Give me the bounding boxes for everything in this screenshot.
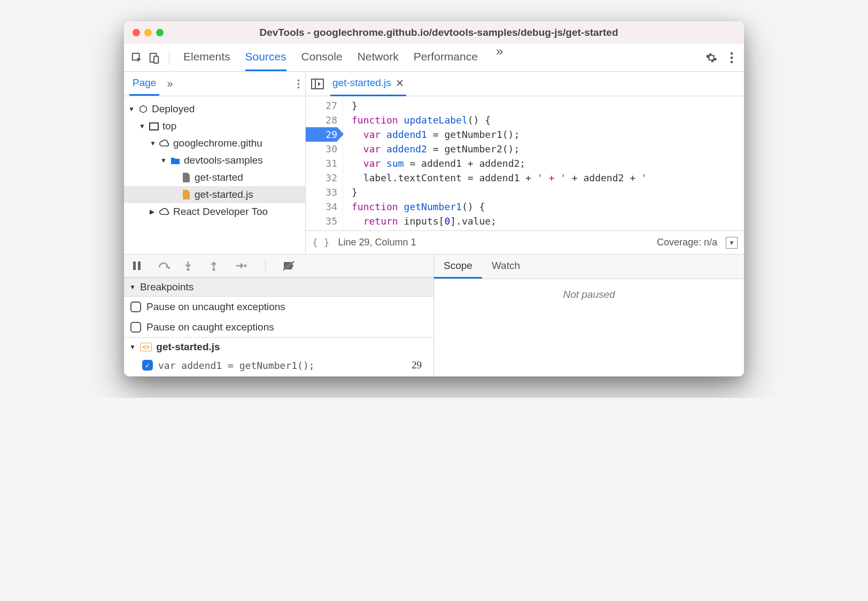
toolbar-divider (169, 50, 169, 65)
svg-rect-9 (150, 123, 158, 130)
window-title: DevTools - googlechrome.github.io/devtoo… (174, 27, 735, 38)
deactivate-breakpoints-icon[interactable] (283, 260, 296, 271)
checkbox-uncaught[interactable] (130, 302, 141, 312)
tab-performance[interactable]: Performance (414, 44, 478, 71)
pretty-print-icon[interactable]: { } (312, 237, 330, 248)
pause-caught-row[interactable]: Pause on caught exceptions (124, 317, 433, 337)
more-options-icon[interactable] (726, 52, 738, 64)
code-editor[interactable]: 272829303132333435 }function updateLabel… (306, 96, 744, 230)
breakpoints-title: Breakpoints (140, 281, 193, 293)
sub-tab-page[interactable]: Page (129, 72, 159, 96)
close-window-button[interactable] (133, 29, 140, 36)
main-tabs: Elements Sources Console Network Perform… (183, 44, 697, 71)
breakpoints-pane: ▼ Breakpoints Pause on uncaught exceptio… (124, 255, 434, 376)
step-out-icon[interactable] (210, 260, 222, 271)
navigator-options-icon[interactable] (297, 79, 300, 89)
close-tab-icon[interactable]: ✕ (396, 77, 404, 89)
pause-icon[interactable] (133, 261, 145, 271)
checkbox-breakpoint[interactable]: ✓ (142, 360, 153, 371)
svg-point-8 (298, 86, 300, 88)
file-tree: ▼ Deployed ▼ top ▼ googlechrome.githu ▼ (124, 96, 305, 225)
frame-icon (149, 121, 159, 131)
tree-label: get-started (195, 172, 243, 183)
not-paused-message: Not paused (434, 279, 744, 310)
editor-tab-getstarted[interactable]: get-started.js ✕ (330, 72, 406, 96)
document-icon (181, 173, 191, 182)
svg-rect-12 (133, 261, 136, 270)
line-number-gutter[interactable]: 272829303132333435 (306, 96, 343, 230)
scope-tabs: Scope Watch (434, 255, 744, 279)
maximize-window-button[interactable] (156, 29, 164, 36)
tab-watch[interactable]: Watch (482, 255, 530, 279)
tab-console[interactable]: Console (301, 44, 343, 71)
svg-rect-2 (154, 56, 158, 63)
svg-point-15 (187, 268, 190, 271)
tree-file-html[interactable]: get-started (124, 169, 305, 186)
editor-tab-label: get-started.js (332, 77, 391, 89)
chevron-down-icon: ▼ (139, 122, 145, 130)
pause-caught-label: Pause on caught exceptions (146, 321, 274, 333)
svg-rect-10 (312, 79, 323, 89)
script-badge-icon: <> (140, 343, 152, 351)
navigator-more-tabs[interactable]: » (167, 78, 173, 90)
cursor-position: Line 29, Column 1 (338, 237, 648, 248)
svg-point-14 (168, 267, 170, 269)
tree-extension[interactable]: ▶ React Developer Too (124, 203, 305, 220)
device-toolbar-icon[interactable] (148, 51, 160, 64)
tree-folder[interactable]: ▼ devtools-samples (124, 152, 305, 169)
scope-pane: Scope Watch Not paused (434, 255, 744, 376)
folder-icon (170, 156, 181, 165)
chevron-down-icon: ▼ (128, 105, 135, 113)
svg-point-7 (298, 83, 300, 85)
breakpoint-item[interactable]: ✓ var addend1 = getNumber1(); 29 (124, 356, 433, 376)
tree-label: devtools-samples (184, 155, 263, 166)
step-into-icon[interactable] (184, 260, 197, 271)
breakpoint-line-number: 29 (412, 359, 427, 371)
breakpoint-file-label: get-started.js (156, 341, 220, 353)
svg-point-4 (731, 56, 733, 59)
checkbox-caught[interactable] (130, 322, 141, 333)
tab-scope[interactable]: Scope (434, 255, 482, 279)
chevron-down-icon: ▼ (160, 157, 167, 164)
pause-uncaught-label: Pause on uncaught exceptions (146, 301, 285, 313)
editor-statusbar: { } Line 29, Column 1 Coverage: n/a ▼ (306, 230, 744, 254)
step-over-icon[interactable] (158, 261, 171, 271)
cube-icon (138, 104, 149, 114)
code-content[interactable]: }function updateLabel() { var addend1 = … (343, 96, 744, 230)
svg-point-3 (731, 52, 733, 55)
inspect-element-icon[interactable] (130, 51, 143, 64)
chevron-down-icon: ▼ (129, 343, 136, 351)
tree-label: get-started.js (195, 189, 253, 201)
show-navigator-icon[interactable] (311, 79, 324, 89)
minimize-window-button[interactable] (144, 29, 152, 36)
editor-pane: get-started.js ✕ 272829303132333435 }fun… (306, 72, 744, 254)
titlebar: DevTools - googlechrome.github.io/devtoo… (124, 21, 744, 44)
script-icon (181, 190, 191, 199)
tree-label: Deployed (152, 103, 195, 115)
chevron-down-icon: ▼ (150, 140, 156, 147)
tree-file-js[interactable]: get-started.js (124, 186, 305, 203)
navigator-pane: Page » ▼ Deployed ▼ top ▼ (124, 72, 306, 254)
main-toolbar: Elements Sources Console Network Perform… (124, 44, 744, 72)
tree-origin[interactable]: ▼ googlechrome.githu (124, 135, 305, 152)
tree-deployed[interactable]: ▼ Deployed (124, 101, 305, 118)
coverage-label: Coverage: n/a (657, 237, 717, 248)
navigator-tabs: Page » (124, 72, 305, 96)
pause-uncaught-row[interactable]: Pause on uncaught exceptions (124, 297, 433, 317)
more-tabs-button[interactable]: » (493, 44, 506, 71)
tab-network[interactable]: Network (358, 44, 399, 71)
tab-sources[interactable]: Sources (245, 44, 286, 71)
svg-point-16 (213, 268, 215, 271)
breakpoint-code: var addend1 = getNumber1(); (158, 360, 315, 371)
breakpoint-file-header[interactable]: ▼ <> get-started.js (124, 337, 433, 356)
debugger-pane: ▼ Breakpoints Pause on uncaught exceptio… (124, 254, 744, 376)
tab-elements[interactable]: Elements (183, 44, 230, 71)
settings-icon[interactable] (701, 52, 722, 64)
cloud-icon (159, 138, 170, 148)
devtools-window: DevTools - googlechrome.github.io/devtoo… (124, 21, 744, 376)
tree-top[interactable]: ▼ top (124, 118, 305, 135)
statusbar-dropdown-icon[interactable]: ▼ (726, 237, 738, 249)
svg-point-6 (298, 79, 300, 81)
step-icon[interactable] (235, 261, 248, 270)
breakpoints-header[interactable]: ▼ Breakpoints (124, 278, 433, 297)
